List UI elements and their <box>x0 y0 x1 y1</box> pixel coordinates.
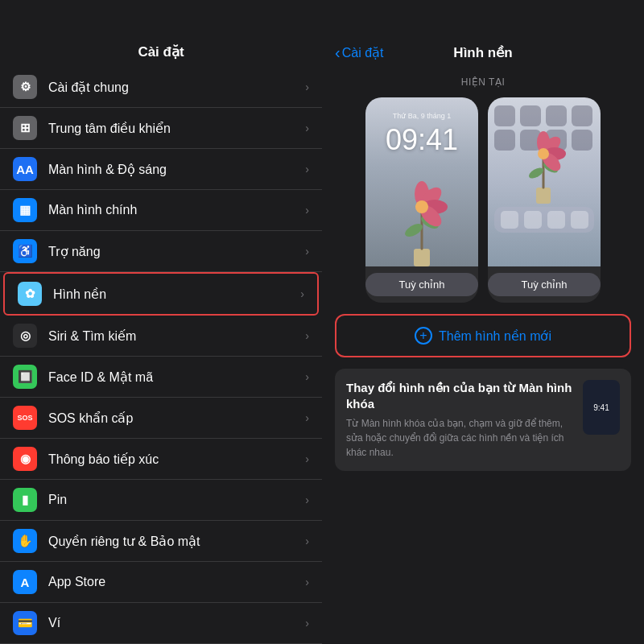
thong-bao-label: Thông báo tiếp xúc <box>48 452 305 467</box>
home-icon-5 <box>494 130 515 151</box>
settings-item-pin[interactable]: ▮Pin› <box>0 480 322 521</box>
info-desc: Từ Màn hình khóa của bạn, chạm và giữ để… <box>346 416 573 460</box>
home-dock <box>494 207 594 233</box>
pin-label: Pin <box>48 493 305 507</box>
home-flower-decoration <box>516 123 572 204</box>
face-id-chevron-icon: › <box>305 370 309 383</box>
svg-rect-9 <box>536 188 551 204</box>
right-panel: ‹ Cài đặt Hình nền HIỆN TẠI Thứ Ba, 9 th… <box>322 0 644 644</box>
settings-item-trung-tam-dieu-khien[interactable]: ⊞Trung tâm điều khiển› <box>0 108 322 149</box>
quyen-rieng-tu-label: Quyền riêng tư & Bảo mật <box>48 534 305 549</box>
pin-chevron-icon: › <box>305 493 309 506</box>
quyen-rieng-tu-chevron-icon: › <box>305 535 309 547</box>
add-icon: + <box>415 327 432 345</box>
man-hinh-do-sang-chevron-icon: › <box>305 163 309 175</box>
home-screen-card: Tuỳ chỉnh <box>488 97 601 303</box>
hinh-nen-icon: ✿ <box>18 282 42 306</box>
add-wallpaper-label: Thêm hình nền mới <box>439 328 551 344</box>
trung-tam-dieu-khien-label: Trung tâm điều khiển <box>48 121 305 136</box>
sos-label: SOS khẩn cấp <box>48 411 305 426</box>
cai-dat-chung-chevron-icon: › <box>305 80 309 93</box>
face-id-label: Face ID & Mật mã <box>48 369 305 385</box>
trung-tam-dieu-khien-icon: ⊞ <box>13 116 37 140</box>
info-text: Thay đổi hình nền của bạn từ Màn hình kh… <box>346 380 573 460</box>
vi-icon: 💳 <box>13 611 37 635</box>
siri-chevron-icon: › <box>305 329 309 342</box>
settings-item-cai-dat-chung[interactable]: ⚙Cài đặt chung› <box>0 67 322 108</box>
info-title: Thay đổi hình nền của bạn từ Màn hình kh… <box>346 380 573 411</box>
siri-label: Siri & Tìm kiếm <box>48 328 305 344</box>
svg-point-17 <box>538 148 549 159</box>
svg-rect-0 <box>414 249 430 266</box>
right-header: ‹ Cài đặt Hình nền <box>322 0 644 68</box>
settings-item-quyen-rieng-tu[interactable]: ✋Quyền riêng tư & Bảo mật› <box>0 521 322 562</box>
man-hinh-do-sang-icon: AA <box>13 157 37 181</box>
section-label: HIỆN TẠI <box>335 76 631 88</box>
cai-dat-chung-icon: ⚙ <box>13 75 37 99</box>
sos-chevron-icon: › <box>305 411 309 424</box>
lock-date: Thứ Ba, 9 tháng 1 <box>393 112 452 120</box>
info-phone-preview: 9:41 <box>583 380 620 435</box>
lock-flower-decoration <box>390 170 454 266</box>
settings-item-vi[interactable]: 💳Ví› <box>0 603 322 644</box>
add-wallpaper-button[interactable]: + Thêm hình nền mới <box>335 314 631 357</box>
home-btn-row: Tuỳ chỉnh <box>488 266 601 303</box>
dock-icon-1 <box>501 211 518 229</box>
dock-icon-2 <box>524 211 542 229</box>
man-hinh-chinh-icon: ▦ <box>13 198 37 222</box>
lock-customize-button[interactable]: Tuỳ chỉnh <box>365 273 478 296</box>
info-card: Thay đổi hình nền của bạn từ Màn hình kh… <box>335 369 631 471</box>
dock-icon-4 <box>571 211 588 229</box>
settings-item-app-store[interactable]: AApp Store› <box>0 562 322 603</box>
left-panel: Cài đặt ⚙Cài đặt chung›⊞Trung tâm điều k… <box>0 0 322 644</box>
dock-icon-3 <box>547 211 565 229</box>
settings-item-siri[interactable]: ◎Siri & Tìm kiếm› <box>0 316 322 357</box>
trung-tam-dieu-khien-chevron-icon: › <box>305 122 309 134</box>
lock-screen-card: Thứ Ba, 9 tháng 1 09:41 <box>365 97 478 303</box>
man-hinh-do-sang-label: Màn hình & Độ sáng <box>48 162 305 177</box>
hinh-nen-chevron-icon: › <box>300 287 304 300</box>
settings-item-face-id[interactable]: 🔲Face ID & Mật mã› <box>0 357 322 398</box>
settings-item-hinh-nen[interactable]: ✿Hình nền› <box>3 272 319 316</box>
lock-btn-row: Tuỳ chỉnh <box>365 266 478 303</box>
left-header: Cài đặt <box>0 0 322 67</box>
app-store-chevron-icon: › <box>305 576 309 588</box>
man-hinh-chinh-label: Màn hình chính <box>48 203 305 217</box>
cai-dat-chung-label: Cài đặt chung <box>48 80 305 95</box>
home-screen-preview <box>488 97 601 266</box>
tro-nang-icon: ♿ <box>13 239 37 263</box>
lock-time: 09:41 <box>386 123 458 157</box>
quyen-rieng-tu-icon: ✋ <box>13 529 37 553</box>
info-phone-time: 9:41 <box>593 403 609 412</box>
back-chevron-icon: ‹ <box>335 43 341 62</box>
thong-bao-chevron-icon: › <box>305 452 309 465</box>
tro-nang-chevron-icon: › <box>305 245 309 258</box>
back-button[interactable]: ‹ Cài đặt <box>335 43 383 62</box>
home-customize-button[interactable]: Tuỳ chỉnh <box>488 273 601 296</box>
settings-list: ⚙Cài đặt chung›⊞Trung tâm điều khiển›AAM… <box>0 67 322 644</box>
app-store-icon: A <box>13 570 37 594</box>
back-label: Cài đặt <box>342 45 384 60</box>
home-icon-8 <box>572 130 592 151</box>
settings-item-sos[interactable]: SOSSOS khẩn cấp› <box>0 398 322 439</box>
sos-icon: SOS <box>13 406 37 430</box>
siri-icon: ◎ <box>13 324 37 348</box>
left-title: Cài đặt <box>138 44 184 60</box>
thong-bao-icon: ◉ <box>13 447 37 471</box>
wallpaper-preview-row: Thứ Ba, 9 tháng 1 09:41 <box>335 97 631 303</box>
lock-screen-preview: Thứ Ba, 9 tháng 1 09:41 <box>365 97 478 266</box>
settings-item-tro-nang[interactable]: ♿Trợ năng› <box>0 231 322 272</box>
settings-item-man-hinh-chinh[interactable]: ▦Màn hình chính› <box>0 190 322 231</box>
vi-label: Ví <box>48 616 305 630</box>
app-store-label: App Store <box>48 575 305 589</box>
vi-chevron-icon: › <box>305 617 309 630</box>
face-id-icon: 🔲 <box>13 365 37 389</box>
hinh-nen-label: Hình nền <box>53 287 300 302</box>
settings-item-man-hinh-do-sang[interactable]: AAMàn hình & Độ sáng› <box>0 149 322 190</box>
pin-icon: ▮ <box>13 488 37 512</box>
tro-nang-label: Trợ năng <box>48 244 305 259</box>
man-hinh-chinh-chevron-icon: › <box>305 204 309 217</box>
svg-point-8 <box>415 200 428 213</box>
settings-item-thong-bao[interactable]: ◉Thông báo tiếp xúc› <box>0 439 322 480</box>
right-title: Hình nền <box>453 44 512 61</box>
